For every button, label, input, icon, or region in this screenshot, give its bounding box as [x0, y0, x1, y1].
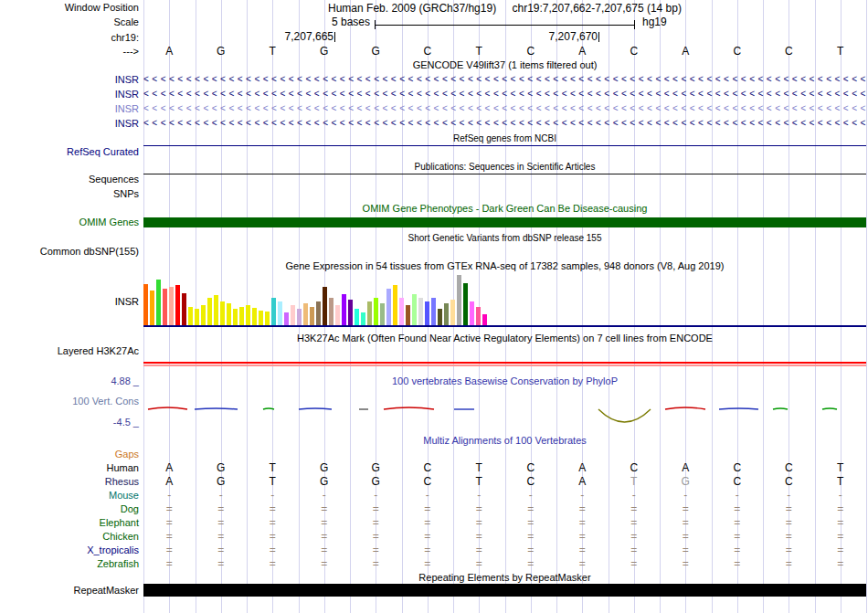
alignment-row[interactable]: -------------- [143, 490, 866, 502]
conservation-track-title[interactable]: 100 vertebrates Basewise Conservation by… [143, 375, 866, 387]
gtex-expression-bar[interactable] [227, 303, 231, 325]
gtex-expression-bar[interactable] [438, 309, 442, 325]
gtex-expression-bar[interactable] [348, 300, 353, 325]
species-label[interactable]: Dog [0, 503, 139, 515]
gtex-expression-bar[interactable] [374, 298, 378, 325]
gtex-expression-bar[interactable] [220, 301, 225, 325]
refseq-track-title[interactable]: RefSeq genes from NCBI [143, 132, 866, 144]
gtex-expression-bar[interactable] [335, 305, 340, 325]
gtex-expression-bar[interactable] [418, 298, 423, 325]
alignment-row[interactable] [143, 449, 866, 460]
gencode-transcript[interactable]: <<<<<<<<<<<<<<<<<<<<<<<<<<<<<<<<<<<<<<<<… [143, 74, 866, 86]
species-label[interactable]: Zebrafish [0, 558, 139, 570]
gtex-track-title[interactable]: Gene Expression in 54 tissues from GTEx … [143, 260, 866, 272]
gtex-expression-bar[interactable] [169, 287, 174, 325]
multiz-track-title[interactable]: Multiz Alignments of 100 Vertebrates [143, 435, 866, 447]
gtex-expression-bar[interactable] [412, 294, 417, 325]
gtex-expression-bar[interactable] [163, 289, 167, 325]
gtex-expression-bar[interactable] [463, 283, 468, 325]
gtex-expression-bar[interactable] [156, 280, 161, 325]
gencode-gene-label[interactable]: INSR [0, 103, 139, 115]
phylop-wiggle-plot[interactable] [143, 400, 866, 428]
gtex-expression-bar[interactable] [233, 309, 238, 325]
gtex-expression-bar[interactable] [182, 293, 186, 325]
gtex-expression-bar[interactable] [367, 301, 372, 325]
gtex-expression-bar[interactable] [265, 312, 270, 325]
alignment-row[interactable]: ============== [143, 503, 866, 515]
repeatmasker-track-label[interactable]: RepeatMasker [0, 585, 139, 597]
sequences-item-line[interactable] [143, 174, 866, 174]
species-label[interactable]: Human [0, 462, 139, 474]
gencode-gene-label[interactable]: INSR [0, 89, 139, 100]
h3k27ac-track-title[interactable]: H3K27Ac Mark (Often Found Near Active Re… [143, 333, 866, 344]
gtex-expression-bar[interactable] [150, 291, 154, 325]
gtex-expression-bar[interactable] [214, 295, 218, 325]
gencode-transcript[interactable]: <<<<<<<<<<<<<<<<<<<<<<<<<<<<<<<<<<<<<<<<… [143, 118, 866, 130]
gtex-expression-bar[interactable] [431, 298, 436, 325]
alignment-row[interactable]: AGTGGCTCACACCT [143, 462, 866, 474]
h3k27ac-track-label[interactable]: Layered H3K27Ac [0, 345, 139, 357]
reference-sequence-row[interactable]: AGTGGCTCACACCT [143, 46, 866, 58]
gtex-expression-bar[interactable] [195, 309, 199, 325]
conservation-track-label[interactable]: 100 Vert. Cons [0, 396, 139, 407]
gtex-expression-bar[interactable] [386, 289, 391, 325]
omim-track-title[interactable]: OMIM Gene Phenotypes - Dark Green Can Be… [143, 203, 866, 215]
gtex-expression-bar[interactable] [444, 303, 449, 325]
refseq-curated-label[interactable]: RefSeq Curated [0, 146, 139, 158]
gtex-expression-bar[interactable] [297, 309, 302, 325]
gtex-expression-bar[interactable] [252, 308, 257, 325]
h3k27ac-signal-line[interactable] [143, 365, 866, 366]
gtex-expression-bar[interactable] [143, 284, 148, 325]
alignment-row[interactable]: ============== [143, 531, 866, 543]
species-label[interactable]: Mouse [0, 490, 139, 502]
species-label[interactable]: Chicken [0, 531, 139, 543]
alignment-row[interactable]: ============== [143, 544, 866, 556]
omim-gene-bar[interactable] [143, 217, 866, 227]
gtex-expression-bar[interactable] [355, 309, 359, 325]
gencode-gene-label[interactable]: INSR [0, 74, 139, 86]
gtex-expression-bar[interactable] [470, 301, 474, 325]
gencode-gene-label[interactable]: INSR [0, 118, 139, 130]
gtex-expression-bar[interactable] [342, 294, 346, 325]
gtex-expression-bar[interactable] [380, 303, 385, 325]
gtex-expression-bar[interactable] [399, 298, 404, 325]
species-label[interactable]: Elephant [0, 517, 139, 529]
gtex-expression-bar[interactable] [450, 300, 455, 325]
gtex-expression-bar[interactable] [259, 311, 263, 325]
gtex-expression-bar[interactable] [406, 305, 410, 325]
omim-genes-label[interactable]: OMIM Genes [0, 217, 139, 228]
publications-track-title[interactable]: Publications: Sequences in Scientific Ar… [143, 161, 866, 173]
gtex-expression-bar[interactable] [175, 285, 180, 325]
gtex-expression-bar[interactable] [316, 301, 321, 325]
refseq-gene-line[interactable] [143, 145, 866, 146]
gtex-expression-bar[interactable] [278, 301, 282, 325]
h3k27ac-signal-line[interactable] [143, 362, 866, 364]
gtex-expression-bar[interactable] [476, 307, 481, 325]
gtex-expression-bar[interactable] [201, 305, 206, 325]
gencode-transcript[interactable]: <<<<<<<<<<<<<<<<<<<<<<<<<<<<<<<<<<<<<<<<… [143, 89, 866, 100]
species-label[interactable]: Rhesus [0, 476, 139, 488]
gtex-expression-bar[interactable] [303, 303, 308, 325]
gtex-expression-bar[interactable] [425, 301, 429, 325]
dbsnp-track-label[interactable]: Common dbSNP(155) [0, 246, 139, 258]
gtex-expression-bar[interactable] [284, 312, 289, 325]
species-label[interactable]: X_tropicalis [0, 544, 139, 556]
gtex-expression-bar[interactable] [329, 298, 333, 325]
gencode-track-title[interactable]: GENCODE V49lift37 (1 items filtered out) [143, 59, 866, 71]
repeatmasker-track-title[interactable]: Repeating Elements by RepeatMasker [143, 572, 866, 584]
species-label[interactable]: Gaps [0, 449, 139, 460]
gtex-expression-bar[interactable] [482, 314, 487, 325]
alignment-row[interactable]: ============== [143, 517, 866, 529]
gtex-gene-label[interactable]: INSR [0, 296, 139, 308]
gtex-expression-bar[interactable] [323, 287, 327, 325]
gtex-expression-bar[interactable] [207, 298, 212, 325]
dbsnp-track-title[interactable]: Short Genetic Variants from dbSNP releas… [143, 232, 866, 244]
repeatmasker-element-bar[interactable] [143, 584, 866, 597]
gtex-expression-bar[interactable] [239, 307, 244, 325]
gtex-expression-bar[interactable] [291, 305, 295, 325]
sequences-track-label[interactable]: Sequences [0, 174, 139, 185]
gencode-transcript[interactable]: <<<<<<<<<<<<<<<<<<<<<<<<<<<<<<<<<<<<<<<<… [143, 103, 866, 115]
gtex-expression-bar[interactable] [246, 305, 250, 325]
alignment-row[interactable]: ============== [143, 558, 866, 570]
snps-track-label[interactable]: SNPs [0, 188, 139, 200]
